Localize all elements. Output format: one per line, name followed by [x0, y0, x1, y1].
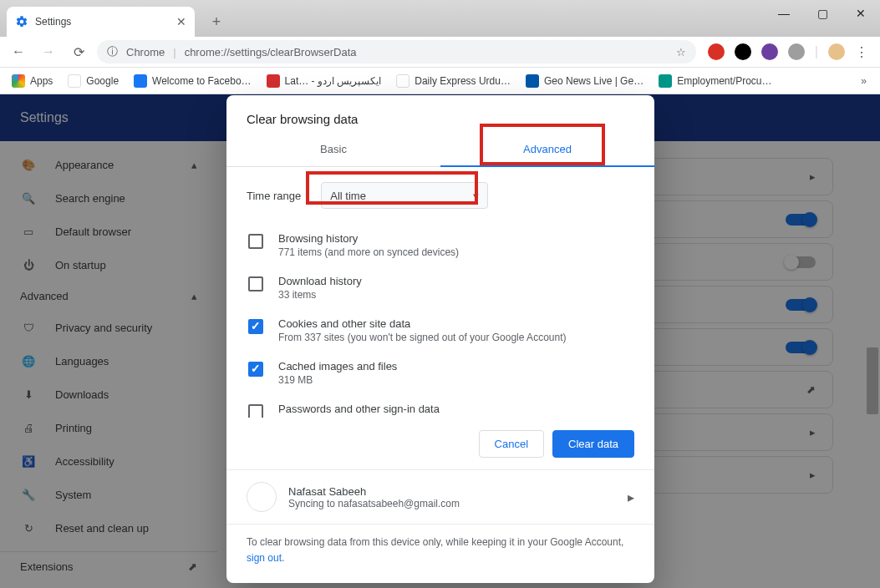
- check-title: Download history: [278, 275, 362, 287]
- ext-icon-4[interactable]: [788, 43, 805, 60]
- checkbox[interactable]: [248, 362, 263, 377]
- extension-icons: | ⋮: [703, 43, 873, 60]
- checkbox[interactable]: [248, 234, 263, 249]
- account-avatar: [247, 482, 277, 512]
- settings-icon: [15, 15, 28, 28]
- profile-avatar[interactable]: [828, 43, 845, 60]
- check-subtitle: 319 MB: [278, 374, 397, 386]
- clear-browsing-data-dialog: Clear browsing data Basic Advanced Time …: [226, 95, 654, 583]
- reload-button[interactable]: ⟳: [67, 40, 90, 63]
- minimize-button[interactable]: —: [765, 0, 803, 27]
- dialog-title: Clear browsing data: [226, 95, 654, 133]
- tab-advanced[interactable]: Advanced: [440, 133, 654, 167]
- back-button[interactable]: ←: [7, 40, 30, 63]
- check-title: Cookies and other site data: [278, 317, 566, 330]
- dialog-body: Time range All time ▾ Browsing history77…: [226, 167, 654, 418]
- check-title: Passwords and other sign-in data: [278, 403, 587, 415]
- geo-bookmark[interactable]: Geo News Live | Ge…: [521, 71, 649, 91]
- star-icon[interactable]: ☆: [676, 46, 686, 58]
- checkbox[interactable]: [248, 404, 263, 418]
- close-tab-icon[interactable]: ✕: [176, 15, 186, 28]
- checkbox[interactable]: [248, 319, 263, 334]
- account-name: Nafasat Sabeeh: [288, 485, 460, 498]
- check-row-0: Browsing history771 items (and more on s…: [247, 224, 634, 266]
- daily-express-bookmark[interactable]: Daily Express Urdu…: [391, 71, 516, 91]
- chevron-right-icon: ▸: [628, 489, 634, 505]
- time-range-row: Time range All time ▾: [247, 182, 634, 209]
- signout-note: To clear browsing data from this device …: [226, 524, 654, 583]
- apps-bookmark[interactable]: Apps: [7, 71, 58, 91]
- account-email: Syncing to nafasatsabeeh@gmail.com: [288, 498, 460, 509]
- facebook-bookmark[interactable]: Welcome to Facebo…: [129, 71, 257, 91]
- clear-data-button[interactable]: Clear data: [552, 430, 634, 458]
- tab-basic[interactable]: Basic: [226, 133, 440, 166]
- check-row-1: Download history33 items: [247, 266, 634, 309]
- address-bar[interactable]: ⓘ Chrome | chrome://settings/clearBrowse…: [97, 40, 696, 63]
- express-bookmark[interactable]: Lat… - ایکسپریس اردو: [262, 71, 387, 91]
- checkbox[interactable]: [248, 276, 263, 291]
- check-subtitle: 771 items (and more on synced devices): [278, 246, 459, 258]
- site-info-icon[interactable]: ⓘ: [107, 44, 118, 59]
- account-row[interactable]: Nafasat Sabeeh Syncing to nafasatsabeeh@…: [226, 469, 654, 524]
- dialog-actions: Cancel Clear data: [226, 418, 654, 469]
- ext-icon-3[interactable]: [761, 43, 778, 60]
- titlebar: Settings ✕ + — ▢ ✕: [0, 0, 880, 37]
- employment-bookmark[interactable]: Employment/Procu…: [654, 71, 776, 91]
- url-text: chrome://settings/clearBrowserData: [185, 46, 357, 58]
- adblock-icon[interactable]: [708, 43, 725, 60]
- check-subtitle: 33 items: [278, 289, 362, 301]
- check-row-2: Cookies and other site dataFrom 337 site…: [247, 309, 634, 352]
- tab-title: Settings: [35, 16, 170, 28]
- bookmarks-overflow-icon[interactable]: »: [854, 75, 873, 87]
- window-controls: — ▢ ✕: [765, 0, 880, 27]
- time-range-select[interactable]: All time ▾: [321, 182, 488, 209]
- google-bookmark[interactable]: Google: [63, 71, 124, 91]
- cancel-button[interactable]: Cancel: [479, 430, 544, 458]
- dialog-tabs: Basic Advanced: [226, 133, 654, 167]
- maximize-button[interactable]: ▢: [803, 0, 842, 27]
- check-subtitle: 79 passwords (for freelancer.com, turnit…: [278, 417, 587, 418]
- url-scheme: Chrome: [126, 46, 165, 58]
- toolbar: ← → ⟳ ⓘ Chrome | chrome://settings/clear…: [0, 37, 880, 68]
- check-row-3: Cached images and files319 MB: [247, 352, 634, 394]
- check-title: Cached images and files: [278, 360, 397, 373]
- forward-button[interactable]: →: [37, 40, 60, 63]
- bookmarks-bar: Apps Google Welcome to Facebo… Lat… - ای…: [0, 68, 880, 94]
- check-title: Browsing history: [278, 232, 459, 245]
- new-tab-button[interactable]: +: [205, 10, 228, 33]
- menu-icon[interactable]: ⋮: [855, 44, 868, 60]
- browser-tab[interactable]: Settings ✕: [7, 7, 195, 37]
- sign-out-link[interactable]: sign out: [247, 552, 282, 564]
- time-range-label: Time range: [247, 190, 301, 202]
- check-subtitle: From 337 sites (you won't be signed out …: [278, 332, 566, 343]
- ext-icon-2[interactable]: [735, 43, 751, 60]
- chevron-down-icon: ▾: [473, 190, 479, 202]
- check-row-4: Passwords and other sign-in data79 passw…: [247, 394, 634, 418]
- close-window-button[interactable]: ✕: [842, 0, 880, 27]
